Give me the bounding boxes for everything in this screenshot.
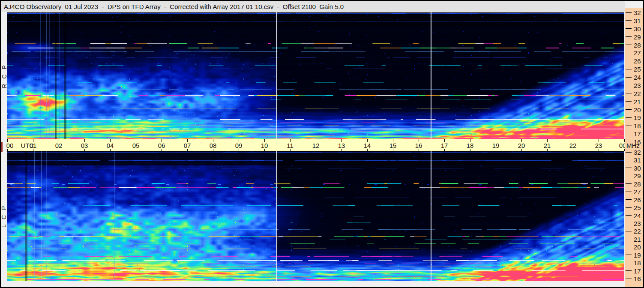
left-edge-marker <box>1 142 3 152</box>
time-tick-label: 00 <box>6 142 14 149</box>
freq-tick-label: 21 <box>634 235 641 243</box>
title-bar: AJ4CO Observatory 01 Jul 2023 - DPS on T… <box>1 1 625 12</box>
time-tick-label: 18 <box>467 142 474 149</box>
time-tick-label: 13 <box>338 142 345 149</box>
freq-tick <box>626 160 632 160</box>
freq-tick-label: 27 <box>634 49 641 57</box>
time-tick-label: 04 <box>107 142 114 149</box>
freq-tick <box>626 69 632 69</box>
freq-tick <box>626 183 632 184</box>
freq-tick <box>626 223 632 223</box>
time-tick-label: 15 <box>389 142 397 149</box>
time-tick-label: 08 <box>210 142 217 149</box>
freq-tick-label: 16 <box>634 275 641 282</box>
time-tick <box>290 149 291 151</box>
rcp-panel-label-text: R C P <box>1 63 8 88</box>
freq-tick-label: 29 <box>634 33 641 40</box>
time-tick-label: 12 <box>312 142 320 149</box>
time-axis: 0001020304050607080910111213141516171819… <box>7 139 625 151</box>
freq-tick-label: 28 <box>634 41 641 48</box>
lcp-spectrogram-canvas <box>7 151 624 281</box>
utc-axis-label: UTC <box>21 142 34 149</box>
freq-tick-label: 19 <box>634 251 641 258</box>
time-tick <box>573 149 573 151</box>
time-tick <box>33 149 33 151</box>
freq-tick-label: 18 <box>634 122 641 129</box>
freq-tick-label: 26 <box>634 57 641 65</box>
time-tick-label: 16 <box>415 142 422 149</box>
time-tick-label: 11 <box>287 142 294 149</box>
time-tick <box>367 149 368 151</box>
time-tick-label: 23 <box>595 142 602 149</box>
time-tick-label: 03 <box>81 142 88 149</box>
freq-tick-label: 32 <box>634 9 641 16</box>
freq-tick <box>626 117 632 118</box>
time-tick <box>521 149 522 151</box>
freq-tick-label: 32 <box>634 149 641 156</box>
time-tick <box>599 149 599 151</box>
time-tick <box>419 149 419 151</box>
freq-tick <box>626 168 632 168</box>
freq-tick <box>626 279 632 279</box>
freq-tick-label: 22 <box>634 90 641 97</box>
time-tick-label: 20 <box>518 142 525 149</box>
freq-tick <box>626 247 632 247</box>
freq-tick <box>626 215 632 216</box>
freq-tick <box>626 93 632 93</box>
freq-tick <box>626 20 632 21</box>
rcp-panel-label: R C P <box>1 12 7 139</box>
freq-tick-label: 25 <box>634 204 641 211</box>
freq-tick-label: 31 <box>634 17 641 24</box>
time-tick <box>393 149 393 151</box>
freq-tick-label: 17 <box>634 267 641 274</box>
freq-tick <box>626 85 632 85</box>
freq-tick <box>626 36 632 37</box>
freq-tick <box>626 109 632 110</box>
freq-tick-label: 29 <box>634 172 641 180</box>
time-tick <box>444 149 445 151</box>
time-tick <box>341 149 342 151</box>
frequency-scale: MHz 323130292827262524232221201918171632… <box>625 8 643 287</box>
time-tick-label: 14 <box>364 142 371 149</box>
freq-tick <box>626 134 632 134</box>
time-tick <box>136 149 136 151</box>
freq-tick-label: 21 <box>634 98 641 105</box>
time-tick-label: 22 <box>569 142 577 149</box>
time-tick <box>187 149 188 151</box>
page-title: AJ4CO Observatory 01 Jul 2023 - DPS on T… <box>4 3 344 10</box>
time-tick <box>7 149 8 151</box>
time-tick <box>239 149 239 151</box>
spectrogram-viewer: AJ4CO Observatory 01 Jul 2023 - DPS on T… <box>0 0 644 288</box>
time-tick-label: 19 <box>492 142 500 149</box>
freq-tick <box>626 28 632 29</box>
time-tick <box>470 149 470 151</box>
time-tick <box>316 149 316 151</box>
freq-tick <box>626 239 632 239</box>
time-tick-label: 02 <box>55 142 63 149</box>
freq-tick <box>626 142 632 142</box>
freq-tick-label: 30 <box>634 164 641 171</box>
freq-tick-label: 19 <box>634 114 641 121</box>
freq-tick-label: 24 <box>634 212 641 219</box>
freq-tick-label: 30 <box>634 25 641 32</box>
time-tick-label: 05 <box>132 142 140 149</box>
freq-tick-label: 23 <box>634 81 641 89</box>
time-tick-label: 10 <box>261 142 268 149</box>
freq-tick <box>626 61 632 61</box>
freq-tick <box>626 176 632 176</box>
lcp-panel-label-text: L C P <box>1 204 8 228</box>
time-tick-label: 06 <box>158 142 165 149</box>
time-tick <box>110 149 111 151</box>
freq-tick <box>626 152 632 153</box>
freq-tick <box>626 255 632 255</box>
lcp-panel-label: L C P <box>1 151 7 281</box>
freq-tick-label: 22 <box>634 228 641 235</box>
freq-tick-label: 16 <box>634 138 641 146</box>
time-tick-label: 21 <box>544 142 551 149</box>
freq-tick <box>626 101 632 102</box>
freq-tick <box>626 12 632 13</box>
time-tick <box>264 149 265 151</box>
freq-tick-label: 31 <box>634 156 641 164</box>
time-tick-label: 09 <box>235 142 243 149</box>
time-tick <box>213 149 213 151</box>
